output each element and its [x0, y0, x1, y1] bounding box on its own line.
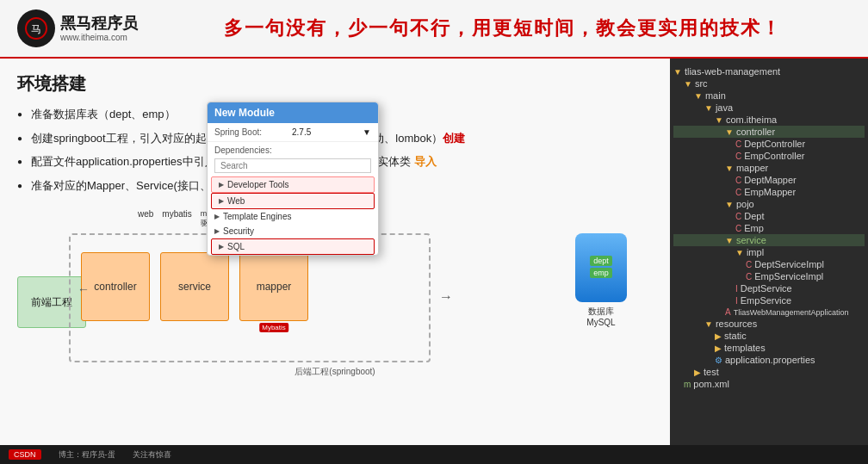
tree-com-label: com.itheima: [726, 114, 777, 125]
tree-empmapper[interactable]: C EmpMapper: [673, 186, 865, 198]
svg-text:马: 马: [31, 23, 41, 35]
tree-deptservice-label: DeptService: [741, 283, 792, 294]
sql-label: SQL: [227, 242, 245, 251]
header: 马 黑马程序员 www.itheima.com 多一句没有，少一句不行，用更短时…: [0, 0, 868, 59]
tree-impl-label: impl: [747, 247, 764, 257]
arrow-to-db: →: [439, 289, 453, 305]
dialog-springboot-row: Spring Boot: 2.7.5 ▼: [208, 123, 378, 142]
dialog-item-template[interactable]: ▶ Template Engines: [208, 209, 378, 224]
service-box: service: [160, 252, 229, 321]
tree-service[interactable]: ▼ service: [673, 234, 865, 246]
dropdown-arrow[interactable]: ▼: [363, 127, 371, 137]
right-panel: ▼ tlias-web-management ▼ src ▼ main ▼ ja…: [670, 59, 868, 445]
tree-java-label: java: [716, 102, 733, 113]
template-engines-label: Template Engines: [223, 212, 292, 221]
tech-label-web: web: [138, 209, 153, 229]
tree-empmapper-label: EmpMapper: [744, 187, 796, 197]
logo-main-text: 黑马程序员: [60, 15, 138, 34]
tree-deptserviceimpl[interactable]: C DeptServiceImpl: [673, 258, 865, 270]
tree-appprops[interactable]: ⚙ application.properties: [673, 354, 865, 366]
tree-appprops-label: application.properties: [725, 355, 815, 365]
tree-dept-label: Dept: [744, 211, 764, 221]
tree-pomxml-label: pom.xml: [693, 379, 729, 389]
tree-static-label: static: [724, 331, 747, 341]
module-dialog[interactable]: New Module Spring Boot: 2.7.5 ▼ Dependen…: [207, 102, 379, 256]
logo-icon: 马: [17, 9, 55, 47]
db-cylinder: dept emp: [575, 233, 627, 302]
tree-java[interactable]: ▼ java: [673, 102, 865, 114]
tree-emp-label: Emp: [744, 223, 764, 233]
tree-empserviceimpl-label: EmpServiceImpl: [754, 271, 823, 281]
tree-resources-label: resources: [716, 319, 757, 329]
tree-deptcontroller-label: DeptController: [744, 139, 805, 149]
security-label: Security: [223, 226, 254, 236]
tree-main-label: main: [705, 90, 726, 101]
tree-controller[interactable]: ▼ controller: [673, 126, 865, 138]
tree-service-label: service: [736, 235, 766, 245]
springboot-label: 后端工程(springboot): [294, 366, 375, 378]
tree-emp[interactable]: C Emp: [673, 222, 865, 234]
tree-empserviceimpl[interactable]: C EmpServiceImpl: [673, 270, 865, 282]
tree-deptcontroller[interactable]: C DeptController: [673, 138, 865, 150]
tree-deptservice[interactable]: I DeptService: [673, 282, 865, 294]
main-container: 马 黑马程序员 www.itheima.com 多一句没有，少一句不行，用更短时…: [0, 0, 868, 464]
dialog-item-web[interactable]: ▶ Web: [211, 193, 375, 209]
emp-tag: emp: [590, 268, 612, 278]
tree-controller-label: controller: [736, 127, 775, 137]
frontend-label: 前端工程: [31, 295, 72, 310]
developer-tools-label: Developer Tools: [227, 180, 289, 189]
tree-impl[interactable]: ▼ impl: [673, 246, 865, 258]
web-label: Web: [227, 196, 245, 206]
tree-templates-label: templates: [724, 343, 766, 353]
dialog-springboot-value: 2.7.5 ▼: [292, 127, 371, 137]
tree-app-label: TliasWebManagementApplication: [734, 308, 849, 317]
tree-mapper[interactable]: ▼ mapper: [673, 162, 865, 174]
database-area: dept emp 数据库MySQL: [575, 233, 627, 327]
tree-dept[interactable]: C Dept: [673, 210, 865, 222]
tree-templates[interactable]: ▶ templates: [673, 342, 865, 354]
tree-main[interactable]: ▼ main: [673, 90, 865, 102]
tree-deptmapper[interactable]: C DeptMapper: [673, 174, 865, 186]
header-title: 多一句没有，少一句不行，用更短时间，教会更实用的技术！: [155, 15, 851, 41]
section-title: 环境搭建: [17, 72, 653, 96]
tree-src-label: src: [695, 78, 708, 89]
tree-deptserviceimpl-label: DeptServiceImpl: [754, 259, 824, 269]
tree-resources[interactable]: ▼ resources: [673, 318, 865, 330]
tree-app[interactable]: A TliasWebManagementApplication: [673, 306, 865, 318]
dialog-item-sql[interactable]: ▶ SQL: [211, 238, 375, 255]
content-area: 环境搭建 准备数据库表（dept、emp） 创建springboot工程，引入对…: [0, 59, 868, 445]
tree-test-label: test: [704, 367, 719, 377]
mapper-box: mapper Mybatis: [239, 252, 308, 321]
tree-empcontroller-label: EmpController: [744, 151, 804, 161]
tree-pomxml[interactable]: m pom.xml: [673, 378, 865, 390]
db-label: 数据库MySQL: [575, 306, 627, 327]
tree-root[interactable]: ▼ tlias-web-management: [673, 65, 865, 77]
back-arrow: ←: [78, 282, 90, 296]
tree-empcontroller[interactable]: C EmpController: [673, 150, 865, 162]
bottom-text2: 关注有惊喜: [133, 449, 171, 461]
logo-sub-text: www.itheima.com: [60, 33, 138, 42]
tree-pojo-label: pojo: [736, 199, 754, 209]
tree-test[interactable]: ▶ test: [673, 366, 865, 378]
bottom-text1: 博主：程序员-蛋: [59, 449, 115, 461]
logo-text-area: 黑马程序员 www.itheima.com: [60, 15, 138, 43]
tech-label-mybatis: mybatis: [162, 209, 191, 229]
bottom-bar: CSDN 博主：程序员-蛋 关注有惊喜: [0, 445, 868, 464]
dept-tag: dept: [590, 256, 612, 266]
tree-mapper-label: mapper: [736, 163, 768, 173]
tree-src[interactable]: ▼ src: [673, 77, 865, 90]
left-panel: 环境搭建 准备数据库表（dept、emp） 创建springboot工程，引入对…: [0, 59, 670, 445]
dialog-item-developer[interactable]: ▶ Developer Tools: [211, 176, 375, 193]
tree-com-itheima[interactable]: ▼ com.itheima: [673, 114, 865, 126]
tree-static[interactable]: ▶ static: [673, 330, 865, 342]
logo-area: 马 黑马程序员 www.itheima.com: [17, 9, 155, 47]
tree-pojo[interactable]: ▼ pojo: [673, 198, 865, 210]
dialog-search-input[interactable]: [214, 158, 371, 173]
dialog-item-security[interactable]: ▶ Security: [208, 224, 378, 238]
dialog-springboot-label: Spring Boot:: [214, 127, 292, 137]
tree-empservice[interactable]: I EmpService: [673, 294, 865, 306]
dialog-deps-title: Dependencies:: [208, 142, 378, 158]
mybatis-badge: Mybatis: [259, 323, 288, 332]
tree-deptmapper-label: DeptMapper: [744, 175, 797, 185]
tree-root-label: tlias-web-management: [685, 66, 780, 77]
